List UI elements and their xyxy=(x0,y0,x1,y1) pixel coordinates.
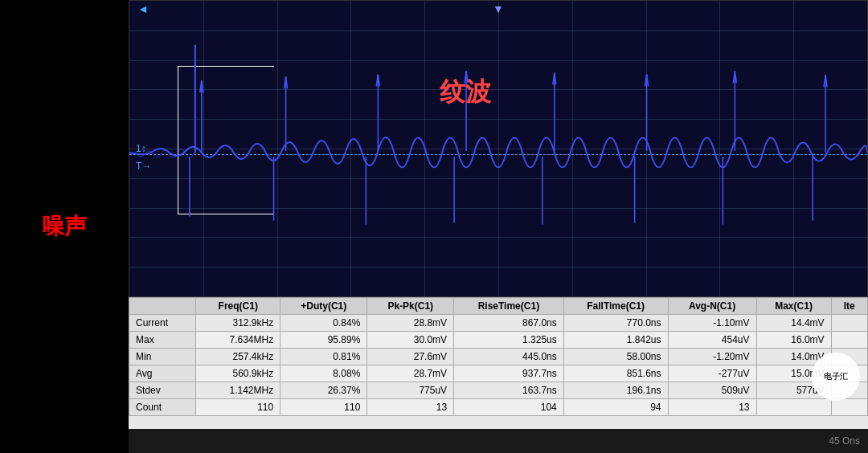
table-row: Avg560.9kHz8.08%28.7mV937.7ns851.6ns-277… xyxy=(129,365,868,382)
row-cell: 95.89% xyxy=(280,332,367,349)
col-header-pkpk: Pk-Pk(C1) xyxy=(367,298,454,315)
scope-marker-1: 1↕ xyxy=(136,143,146,154)
watermark: 电子汇 xyxy=(812,353,860,401)
watermark-text: 电子汇 xyxy=(824,371,848,382)
col-header-fall: FallTime(C1) xyxy=(563,298,668,315)
row-label: Count xyxy=(129,399,196,416)
row-cell: 28.8mV xyxy=(367,315,454,332)
col-header-freq: Freq(C1) xyxy=(196,298,280,315)
table-row: Min257.4kHz0.81%27.6mV445.0ns58.00ns-1.2… xyxy=(129,349,868,365)
row-cell: 28.7mV xyxy=(367,365,454,382)
bottom-value: 45 Ons xyxy=(829,435,860,447)
row-label: Stdev xyxy=(129,382,196,399)
row-cell xyxy=(756,399,831,416)
scope-screen: ◄ ▼ xyxy=(129,0,868,297)
table-row: Current312.9kHz0.84%28.8mV867.0ns770.0ns… xyxy=(129,315,868,332)
ripple-label: 纹波 xyxy=(440,75,491,110)
row-cell: 8.08% xyxy=(280,365,367,382)
row-cell: 937.7ns xyxy=(454,365,564,382)
row-cell: -1.10mV xyxy=(668,315,756,332)
row-cell: 196.1ns xyxy=(563,382,668,399)
row-label: Min xyxy=(129,349,196,365)
row-cell: 560.9kHz xyxy=(196,365,280,382)
col-header-label xyxy=(129,298,196,315)
row-cell: -277uV xyxy=(668,365,756,382)
measurements-table: Freq(C1) +Duty(C1) Pk-Pk(C1) RiseTime(C1… xyxy=(129,297,868,416)
row-cell: 867.0ns xyxy=(454,315,564,332)
row-cell: 1.842us xyxy=(563,332,668,349)
row-cell: 0.84% xyxy=(280,315,367,332)
row-cell: 58.00ns xyxy=(563,349,668,365)
row-cell: -1.20mV xyxy=(668,349,756,365)
table-row: Count110110131049413 xyxy=(129,399,868,416)
row-cell: 104 xyxy=(454,399,564,416)
data-table-section: Freq(C1) +Duty(C1) Pk-Pk(C1) RiseTime(C1… xyxy=(129,297,868,429)
row-cell: 30.0mV xyxy=(367,332,454,349)
row-cell: 851.6ns xyxy=(563,365,668,382)
row-cell: 1.142MHz xyxy=(196,382,280,399)
row-cell xyxy=(831,315,867,332)
row-cell: 110 xyxy=(196,399,280,416)
row-cell: 257.4kHz xyxy=(196,349,280,365)
main-content: ◄ ▼ xyxy=(129,0,868,453)
row-cell: 110 xyxy=(280,399,367,416)
row-cell: 775uV xyxy=(367,382,454,399)
scope-marker-T: T→ xyxy=(136,161,151,172)
row-cell: 454uV xyxy=(668,332,756,349)
row-cell: 16.0mV xyxy=(756,332,831,349)
row-cell: 0.81% xyxy=(280,349,367,365)
row-cell: 27.6mV xyxy=(367,349,454,365)
row-cell: 509uV xyxy=(668,382,756,399)
row-cell xyxy=(831,399,867,416)
waveform-display xyxy=(129,1,867,296)
col-header-avg: Avg-N(C1) xyxy=(668,298,756,315)
row-cell: 770.0ns xyxy=(563,315,668,332)
row-cell: 312.9kHz xyxy=(196,315,280,332)
row-cell: 14.4mV xyxy=(756,315,831,332)
col-header-rise: RiseTime(C1) xyxy=(454,298,564,315)
row-cell: 13 xyxy=(668,399,756,416)
row-cell: 163.7ns xyxy=(454,382,564,399)
table-row: Stdev1.142MHz26.37%775uV163.7ns196.1ns50… xyxy=(129,382,868,399)
col-header-ite: Ite xyxy=(831,298,867,315)
row-cell: 7.634MHz xyxy=(196,332,280,349)
row-cell xyxy=(831,332,867,349)
row-cell: 94 xyxy=(563,399,668,416)
col-header-max: Max(C1) xyxy=(756,298,831,315)
row-cell: 445.0ns xyxy=(454,349,564,365)
noise-label: 噪声 xyxy=(42,211,87,242)
bottom-area: 45 Ons xyxy=(129,429,868,453)
row-cell: 26.37% xyxy=(280,382,367,399)
left-panel: 噪声 xyxy=(0,0,129,453)
row-label: Max xyxy=(129,332,196,349)
table-row: Max7.634MHz95.89%30.0mV1.325us1.842us454… xyxy=(129,332,868,349)
row-cell: 1.325us xyxy=(454,332,564,349)
row-label: Current xyxy=(129,315,196,332)
row-cell: 13 xyxy=(367,399,454,416)
col-header-duty: +Duty(C1) xyxy=(280,298,367,315)
row-label: Avg xyxy=(129,365,196,382)
